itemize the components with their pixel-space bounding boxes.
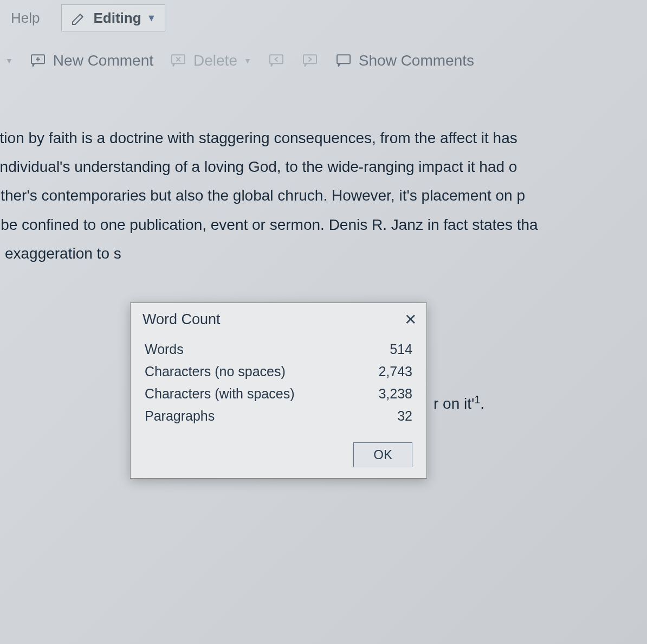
comments-toolbar: ▼ New Comment Delete ▼ [0, 36, 647, 80]
document-text-line: e individual's understanding of a loving… [0, 152, 647, 181]
stat-label: Words [145, 342, 184, 357]
stat-row-paragraphs: Paragraphs 32 [145, 405, 412, 427]
chevron-down-icon: ▼ [147, 12, 157, 24]
editing-mode-button[interactable]: Editing ▼ [61, 4, 165, 31]
document-text-line: cation by faith is a doctrine with stagg… [0, 124, 647, 152]
new-comment-label: New Comment [53, 52, 153, 69]
show-comments-icon [335, 52, 352, 69]
stat-value: 32 [397, 408, 412, 424]
document-text-line: an exaggeration to s [0, 239, 647, 268]
next-comment-button[interactable] [301, 52, 319, 69]
editing-label: Editing [93, 10, 141, 27]
stat-row-chars-with-spaces: Characters (with spaces) 3,238 [145, 383, 412, 405]
dialog-footer: OK [131, 436, 426, 478]
stat-value: 2,743 [378, 364, 412, 379]
svg-rect-2 [270, 55, 283, 63]
stat-label: Characters (no spaces) [145, 364, 286, 379]
chevron-down-icon: ▼ [244, 56, 251, 65]
svg-rect-4 [337, 55, 350, 63]
dialog-body: Words 514 Characters (no spaces) 2,743 C… [131, 334, 426, 436]
new-comment-button[interactable]: New Comment [29, 52, 153, 69]
help-menu[interactable]: Help [11, 10, 40, 27]
delete-label: Delete [193, 52, 237, 69]
stat-value: 514 [390, 342, 412, 357]
delete-comment-icon [170, 52, 187, 69]
ok-button[interactable]: OK [353, 442, 412, 467]
pencil-icon [70, 9, 88, 27]
document-text-line: ot be confined to one publication, event… [0, 210, 647, 239]
show-comments-button[interactable]: Show Comments [335, 52, 474, 69]
stat-value: 3,238 [378, 386, 412, 402]
partial-button-left[interactable]: ▼ [5, 56, 13, 65]
show-comments-label: Show Comments [359, 52, 474, 69]
stat-row-words: Words 514 [145, 338, 412, 360]
new-comment-icon [29, 52, 47, 69]
previous-comment-button[interactable] [268, 52, 285, 69]
stat-label: Characters (with spaces) [145, 386, 294, 402]
next-comment-icon [301, 52, 319, 69]
stat-row-chars-no-spaces: Characters (no spaces) 2,743 [145, 360, 412, 383]
delete-comment-button[interactable]: Delete ▼ [170, 52, 251, 69]
previous-comment-icon [268, 52, 285, 69]
document-text-fragment: r on it'1. [434, 389, 484, 418]
dialog-header: Word Count ✕ [131, 303, 426, 334]
svg-rect-3 [303, 55, 316, 63]
word-count-dialog: Word Count ✕ Words 514 Characters (no sp… [130, 302, 427, 479]
close-icon[interactable]: ✕ [404, 311, 417, 329]
document-area[interactable]: cation by faith is a doctrine with stagg… [0, 80, 647, 268]
chevron-down-icon: ▼ [5, 56, 13, 65]
dialog-title: Word Count [143, 311, 221, 328]
document-text-line: Luther's contemporaries but also the glo… [0, 181, 647, 210]
stat-label: Paragraphs [145, 408, 215, 424]
menu-bar: Help Editing ▼ [0, 0, 647, 36]
footnote-reference: 1 [474, 394, 480, 405]
